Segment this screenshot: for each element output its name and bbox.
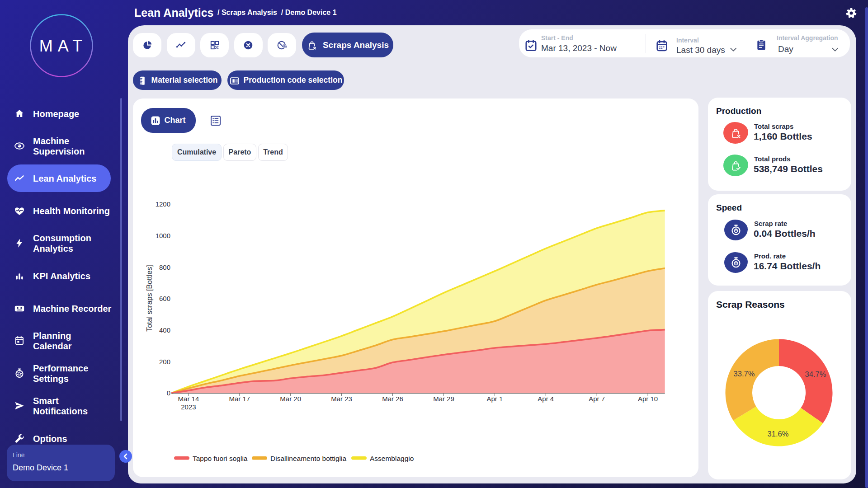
svg-text:1000: 1000 (156, 232, 170, 239)
svg-text:Mar 29: Mar 29 (433, 395, 454, 403)
svg-text:Mar 26: Mar 26 (382, 395, 403, 403)
svg-text:1200: 1200 (156, 200, 170, 208)
svg-text:MAT: MAT (39, 37, 87, 55)
svg-text:0: 0 (167, 389, 170, 397)
svg-text:Disallineamento bottiglia: Disallineamento bottiglia (270, 455, 346, 462)
svg-text:Apr 4: Apr 4 (538, 395, 554, 403)
svg-text:Apr 10: Apr 10 (638, 395, 658, 403)
svg-text:Tappo fuori soglia: Tappo fuori soglia (193, 455, 248, 462)
svg-text:Mar 14: Mar 14 (178, 395, 199, 403)
svg-text:800: 800 (159, 263, 170, 271)
svg-text:Mar 20: Mar 20 (280, 395, 301, 403)
svg-text:31.6%: 31.6% (768, 430, 789, 438)
svg-text:600: 600 (159, 295, 170, 302)
svg-text:400: 400 (159, 326, 170, 334)
svg-text:Apr 7: Apr 7 (589, 395, 605, 403)
svg-text:Apr 1: Apr 1 (486, 395, 503, 403)
svg-text:Total scraps [Bottles]: Total scraps [Bottles] (146, 265, 153, 332)
svg-text:200: 200 (159, 358, 170, 366)
svg-text:Mar 17: Mar 17 (229, 395, 250, 403)
svg-text:Assemblaggio: Assemblaggio (370, 455, 414, 462)
svg-text:33.7%: 33.7% (734, 370, 755, 378)
svg-text:34.7%: 34.7% (805, 370, 826, 378)
svg-text:Mar 23: Mar 23 (331, 395, 352, 403)
svg-text:2023: 2023 (181, 403, 196, 411)
